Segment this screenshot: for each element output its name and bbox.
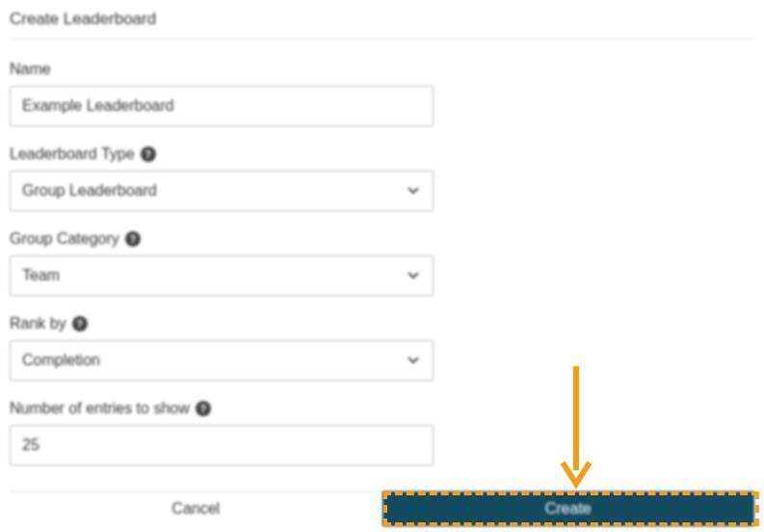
rank-label-text: Rank by <box>10 315 66 332</box>
type-label: Leaderboard Type ? <box>10 146 754 163</box>
create-button[interactable]: Create <box>382 492 755 526</box>
entries-field: Number of entries to show ? <box>10 400 754 466</box>
divider <box>10 39 754 40</box>
category-select-value: Team <box>22 267 60 284</box>
entries-label: Number of entries to show ? <box>10 400 754 417</box>
type-select-value: Group Leaderboard <box>22 182 157 200</box>
type-field: Leaderboard Type ? Group Leaderboard <box>10 146 754 211</box>
name-field: Name <box>10 61 754 126</box>
help-icon[interactable]: ? <box>196 401 211 416</box>
type-label-text: Leaderboard Type <box>10 146 135 163</box>
rank-select-value: Completion <box>22 352 100 369</box>
name-label-text: Name <box>10 61 51 78</box>
category-field: Group Category ? Team <box>10 230 754 296</box>
page-title: Create Leaderboard <box>10 10 754 29</box>
category-label-text: Group Category <box>10 230 119 248</box>
rank-label: Rank by ? <box>10 315 754 332</box>
type-select[interactable]: Group Leaderboard <box>10 171 434 211</box>
category-select[interactable]: Team <box>10 255 434 296</box>
rank-field: Rank by ? Completion <box>10 315 754 381</box>
help-icon[interactable]: ? <box>72 316 88 332</box>
entries-label-text: Number of entries to show <box>10 400 190 417</box>
name-label: Name <box>10 61 754 78</box>
help-icon[interactable]: ? <box>141 146 156 162</box>
rank-select[interactable]: Completion <box>10 340 434 381</box>
category-label: Group Category ? <box>10 230 754 248</box>
help-icon[interactable]: ? <box>125 231 141 247</box>
footer: Cancel Create <box>10 491 754 526</box>
name-input[interactable] <box>10 86 434 126</box>
cancel-button[interactable]: Cancel <box>10 492 382 526</box>
entries-input[interactable] <box>10 425 434 466</box>
